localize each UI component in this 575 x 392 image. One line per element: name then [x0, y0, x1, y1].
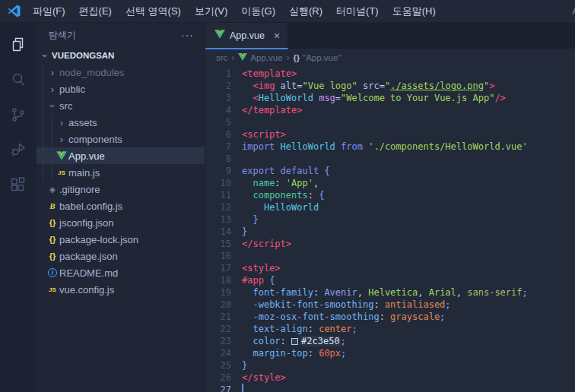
code-line[interactable]: 18#app {	[205, 274, 575, 286]
code-line[interactable]: 9export default {	[205, 165, 575, 177]
code-line[interactable]: 5	[205, 116, 575, 128]
tree-item-label: package-lock.json	[59, 234, 138, 245]
tree-item-babel-config-js[interactable]: Bbabel.config.js	[37, 198, 205, 214]
tree-item-public[interactable]: ›public	[37, 81, 205, 97]
line-number: 15	[205, 238, 231, 250]
line-content: margin-top: 60px;	[242, 347, 346, 359]
menu-item-실행-r[interactable]: 실행(R)	[282, 0, 329, 23]
tree-item-assets[interactable]: ›assets	[37, 114, 205, 131]
menu-item-이동-g[interactable]: 이동(G)	[234, 0, 282, 23]
code-line[interactable]: 12 HelloWorld	[205, 201, 575, 213]
code-line[interactable]: 14}	[205, 226, 575, 238]
chevron-icon: ›	[55, 134, 68, 145]
menu-item-보기-v[interactable]: 보기(V)	[188, 0, 234, 23]
tree-item-label: VUEDONGSAN	[52, 51, 114, 60]
tree-item-label: assets	[68, 117, 97, 128]
code-line[interactable]: 26</style>	[205, 371, 575, 384]
search-icon[interactable]	[0, 62, 37, 97]
code-line[interactable]: 3 <HelloWorld msg="Welcome to Your Vue.j…	[205, 92, 575, 104]
breadcrumb-item-src[interactable]: src	[216, 53, 227, 62]
line-number: 9	[205, 165, 231, 177]
close-tab-icon[interactable]: ×	[274, 30, 280, 42]
line-number: 7	[205, 141, 231, 153]
tree-item-package-lock-json[interactable]: {}package-lock.json	[37, 231, 205, 248]
breadcrumb-label: src	[216, 53, 227, 62]
tree-item-app-vue[interactable]: App.vue	[37, 147, 205, 164]
tab-app-vue[interactable]: App.vue ×	[205, 23, 288, 49]
line-number: 20	[205, 299, 231, 311]
menu-item-도움말-h[interactable]: 도움말(H)	[386, 0, 443, 23]
breadcrumb-item-app-vue[interactable]: {}"App.vue"	[294, 53, 342, 62]
menu-item-선택-영역-s[interactable]: 선택 영역(S)	[119, 0, 188, 23]
readme-file-icon: i	[46, 268, 59, 277]
explorer-title: 탐색기	[49, 29, 76, 42]
code-line[interactable]: 25}	[205, 359, 575, 371]
code-line[interactable]: 17<style>	[205, 262, 575, 274]
code-line[interactable]: 10 name: 'App',	[205, 177, 575, 189]
code-line[interactable]: 6<script>	[205, 128, 575, 141]
code-line[interactable]: 15</script>	[205, 238, 575, 250]
line-content: </template>	[242, 104, 302, 116]
menu-bar: 파일(F)편집(E)선택 영역(S)보기(V)이동(G)실행(R)터미널(T)도…	[26, 0, 443, 23]
code-line[interactable]: 19 font-family: Avenir, Helvetica, Arial…	[205, 286, 575, 299]
line-content: #app {	[242, 274, 275, 286]
code-line[interactable]: 27	[205, 384, 575, 392]
breadcrumb: src›App.vue›{}"App.vue"	[205, 49, 575, 66]
json-file-icon: {}	[46, 235, 59, 244]
line-content: color: #2c3e50;	[242, 335, 346, 347]
line-number: 12	[205, 201, 231, 213]
line-content: <template>	[242, 68, 297, 80]
line-number: 18	[205, 274, 231, 286]
tree-item-vue-config-js[interactable]: JSvue.config.js	[37, 281, 205, 298]
line-number: 23	[205, 335, 231, 347]
code-line[interactable]: 20 -webkit-font-smoothing: antialiased;	[205, 299, 575, 311]
code-line[interactable]: 1<template>	[205, 68, 575, 80]
menu-item-파일-f[interactable]: 파일(F)	[26, 0, 72, 23]
extensions-icon[interactable]	[0, 167, 37, 202]
code-line[interactable]: 13 }	[205, 213, 575, 226]
more-actions-icon[interactable]: ···	[181, 29, 194, 41]
breadcrumb-item-app-vue[interactable]: App.vue	[238, 53, 282, 62]
symbol-braces-icon: {}	[294, 53, 300, 62]
code-line[interactable]: 11 components: {	[205, 189, 575, 201]
line-content: export default {	[242, 165, 330, 177]
code-line[interactable]: 23 color: #2c3e50;	[205, 335, 575, 347]
line-content: <HelloWorld msg="Welcome to Your Vue.js …	[242, 92, 506, 104]
vue-file-icon	[55, 151, 68, 160]
tree-item-jsconfig-json[interactable]: {}jsconfig.json	[37, 214, 205, 231]
line-content: -moz-osx-font-smoothing: grayscale;	[242, 311, 445, 323]
tree-item-main-js[interactable]: JSmain.js	[37, 164, 205, 181]
chevron-icon: ›	[47, 99, 59, 112]
tree-item-node-modules[interactable]: ›node_modules	[37, 64, 205, 81]
code-line[interactable]: 8	[205, 153, 575, 165]
line-content: components: {	[242, 189, 324, 201]
source-control-icon[interactable]	[0, 97, 37, 132]
tree-item-gitignore[interactable]: ◈.gitignore	[37, 181, 205, 198]
tree-item-readme-md[interactable]: iREADME.md	[37, 264, 205, 281]
code-line[interactable]: 21 -moz-osx-font-smoothing: grayscale;	[205, 311, 575, 323]
code-line[interactable]: 16	[205, 250, 575, 262]
sidebar-explorer: 탐색기 ··· ›VUEDONGSAN›node_modules›public›…	[37, 23, 205, 392]
line-number: 6	[205, 128, 231, 141]
line-content: font-family: Avenir, Helvetica, Arial, s…	[242, 286, 528, 299]
code-line[interactable]: 4</template>	[205, 104, 575, 116]
menu-item-편집-e[interactable]: 편집(E)	[72, 0, 119, 23]
tree-item-package-json[interactable]: {}package.json	[37, 248, 205, 264]
code-line[interactable]: 7import HelloWorld from './components/He…	[205, 141, 575, 153]
text-cursor	[242, 384, 243, 392]
run-debug-icon[interactable]	[0, 132, 37, 167]
line-number: 27	[205, 384, 231, 392]
explorer-icon[interactable]	[0, 27, 37, 62]
code-line[interactable]: 22 text-align: center;	[205, 323, 575, 335]
tree-item-components[interactable]: ›components	[37, 131, 205, 147]
tree-item-src[interactable]: ›src	[37, 97, 205, 114]
line-number: 8	[205, 153, 231, 165]
code-editor[interactable]: 1<template>2 <img alt="Vue logo" src="./…	[205, 66, 575, 392]
tree-item-label: public	[59, 84, 85, 95]
tree-item-vuedongsan[interactable]: ›VUEDONGSAN	[37, 47, 205, 64]
code-line[interactable]: 2 <img alt="Vue logo" src="./assets/logo…	[205, 80, 575, 92]
code-line[interactable]: 24 margin-top: 60px;	[205, 347, 575, 359]
tree-item-label: node_modules	[59, 67, 124, 78]
menu-item-터미널-t[interactable]: 터미널(T)	[329, 0, 386, 23]
line-content: text-align: center;	[242, 323, 357, 335]
